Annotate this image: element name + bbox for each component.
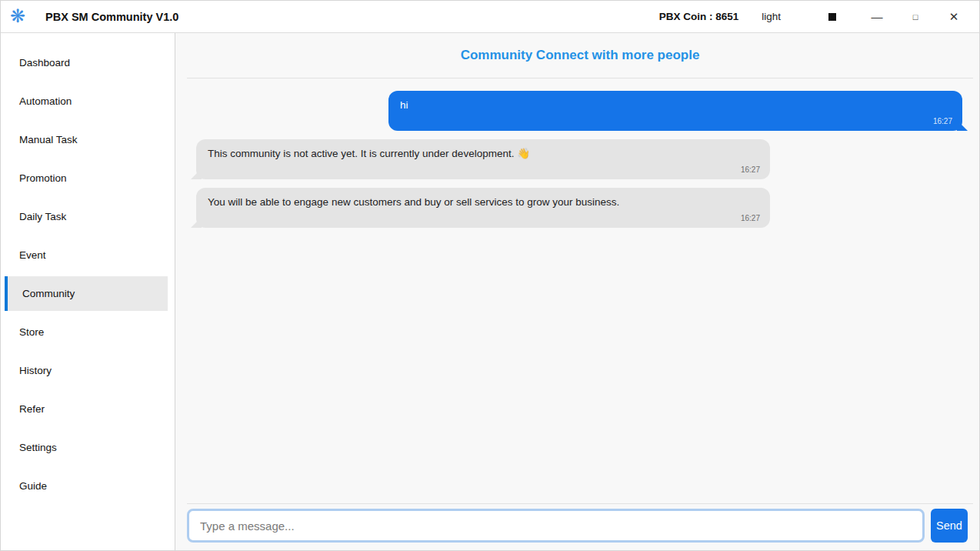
sidebar-item-dashboard[interactable]: Dashboard [1, 45, 175, 80]
titlebar: ❋ PBX SM Community V1.0 PBX Coin : 8651 … [1, 1, 979, 33]
sidebar-item-daily-task[interactable]: Daily Task [1, 199, 175, 234]
message-input[interactable] [187, 509, 925, 543]
message-time: 16:27 [741, 165, 760, 175]
sidebar-item-community[interactable]: Community [5, 276, 168, 311]
message-text: hi [400, 99, 408, 111]
main-panel: Community Connect with more people hi 16… [175, 33, 979, 550]
sidebar-item-automation[interactable]: Automation [1, 84, 175, 119]
app-window: ❋ PBX SM Community V1.0 PBX Coin : 8651 … [0, 0, 980, 551]
main-header: Community Connect with more people [187, 33, 973, 78]
message-row: hi 16:27 [196, 91, 962, 131]
theme-selector[interactable]: light [762, 11, 781, 22]
send-button[interactable]: Send [931, 509, 968, 543]
sidebar-item-refer[interactable]: Refer [1, 392, 175, 426]
indicator-square-icon [828, 13, 836, 21]
sidebar-item-guide[interactable]: Guide [1, 469, 175, 503]
chat-bubble-incoming: You will be able to engage new customers… [196, 188, 770, 228]
composer: Send [187, 503, 973, 550]
close-button[interactable]: ✕ [944, 7, 964, 27]
page-title: Community Connect with more people [461, 48, 700, 63]
sidebar-item-promotion[interactable]: Promotion [1, 161, 175, 195]
message-time: 16:27 [933, 116, 952, 127]
sidebar-item-manual-task[interactable]: Manual Task [1, 122, 175, 157]
content-area: Dashboard Automation Manual Task Promoti… [1, 33, 979, 550]
chat-bubble-outgoing: hi 16:27 [388, 91, 962, 131]
app-title: PBX SM Community V1.0 [45, 11, 178, 23]
message-row: You will be able to engage new customers… [196, 188, 962, 228]
message-text: This community is not active yet. It is … [208, 148, 530, 159]
chat-area: hi 16:27 This community is not active ye… [175, 78, 979, 503]
sidebar: Dashboard Automation Manual Task Promoti… [1, 33, 175, 550]
minimize-button[interactable]: — [867, 7, 887, 27]
sidebar-item-history[interactable]: History [1, 353, 175, 388]
app-logo-icon: ❋ [10, 7, 25, 25]
message-row: This community is not active yet. It is … [196, 139, 962, 179]
chat-bubble-incoming: This community is not active yet. It is … [196, 139, 770, 179]
sidebar-item-settings[interactable]: Settings [1, 430, 175, 465]
sidebar-item-store[interactable]: Store [1, 315, 175, 349]
sidebar-item-event[interactable]: Event [1, 238, 175, 272]
maximize-button[interactable]: □ [905, 7, 925, 27]
coin-balance: PBX Coin : 8651 [659, 11, 739, 22]
message-text: You will be able to engage new customers… [208, 196, 619, 208]
message-time: 16:27 [741, 213, 760, 224]
